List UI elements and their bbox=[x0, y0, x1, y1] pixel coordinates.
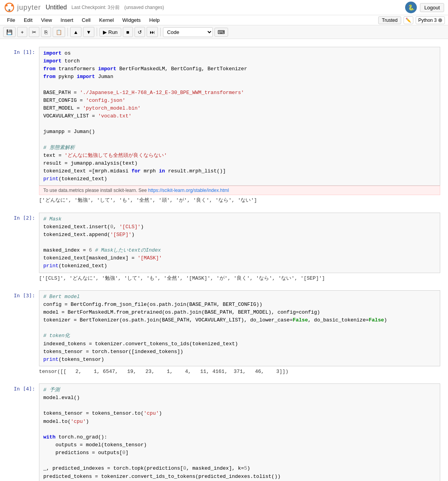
cell-1-warning: To use data.metrics please install sciki… bbox=[39, 186, 440, 195]
notebook-title[interactable]: Untitled bbox=[46, 4, 67, 11]
logout-button[interactable]: Logout bbox=[420, 3, 444, 12]
menu-cell[interactable]: Cell bbox=[78, 16, 94, 24]
menu-insert[interactable]: Insert bbox=[57, 16, 77, 24]
move-up-button[interactable]: ▲ bbox=[70, 27, 81, 37]
cell-wrapper-3: In [3]: # Bert model config = BertConfig… bbox=[0, 290, 448, 377]
unsaved-info: (unsaved changes) bbox=[124, 5, 164, 10]
in-label-3: In [3]: bbox=[8, 290, 39, 298]
code-cell-1[interactable]: import os import torch from transformers… bbox=[39, 47, 440, 186]
cell-wrapper-4: In [4]: # 予測 model.eval() tokens_tensor … bbox=[0, 383, 448, 481]
svg-point-3 bbox=[9, 9, 11, 11]
cell-2-output: ['[CLS]', 'どんなに', '勉強', 'して', 'も', '全然',… bbox=[39, 273, 440, 284]
menu-help[interactable]: Help bbox=[145, 16, 164, 24]
restart-run-button[interactable]: ⏭ bbox=[147, 27, 158, 37]
jupyter-logo: jupyter bbox=[4, 2, 41, 13]
code-cell-2[interactable]: # Mask tokenized_text.insert(0, '[CLS]')… bbox=[39, 213, 440, 273]
paste-cell-button[interactable]: 📋 bbox=[53, 27, 65, 37]
save-button[interactable]: 💾 bbox=[3, 27, 16, 37]
menu-file[interactable]: File bbox=[3, 16, 19, 24]
app-name: jupyter bbox=[17, 4, 41, 12]
menu-widgets[interactable]: Widgets bbox=[119, 16, 145, 24]
svg-point-1 bbox=[6, 5, 8, 7]
code-cell-3[interactable]: # Bert model config = BertConfig.from_js… bbox=[39, 290, 440, 366]
in-label-4: In [4]: bbox=[8, 383, 39, 392]
cell-3-output: tensor([[ 2, 1, 6547, 19, 23, 1, 4, 11, … bbox=[39, 366, 440, 377]
divider3 bbox=[160, 28, 161, 36]
run-label: Run bbox=[108, 29, 118, 35]
menubar: File Edit View Insert Cell Kernel Widget… bbox=[0, 15, 448, 25]
cell-group-2: In [2]: # Mask tokenized_text.insert(0, … bbox=[0, 213, 448, 284]
python-icon: 🐍 bbox=[405, 2, 417, 13]
cell-body-3[interactable]: # Bert model config = BertConfig.from_js… bbox=[39, 290, 440, 377]
menu-edit[interactable]: Edit bbox=[20, 16, 36, 24]
kernel-info: Python 3 bbox=[416, 16, 445, 24]
cell-type-select[interactable]: Code Markdown Raw NBConvert bbox=[163, 27, 213, 37]
toolbar: 💾 + ✂ ⎘ 📋 ▲ ▼ ▶ Run ■ ↺ ⏭ Code Markdown … bbox=[0, 25, 448, 39]
cell-1-output: ['どんなに', '勉強', 'して', 'も', '全然', '頭', 'が'… bbox=[39, 195, 440, 206]
run-icon: ▶ bbox=[103, 29, 107, 35]
edit-icon[interactable]: ✏️ bbox=[404, 16, 413, 24]
jupyter-logo-icon bbox=[4, 2, 15, 13]
cell-wrapper-1: In [1]: import os import torch from tran… bbox=[0, 47, 448, 206]
kernel-label: Python 3 bbox=[418, 18, 437, 23]
keyboard-shortcut-button[interactable]: ⌨ bbox=[214, 28, 228, 37]
topbar: jupyter Untitled Last Checkpoint: 3分前 (u… bbox=[0, 0, 448, 15]
svg-point-2 bbox=[11, 5, 13, 7]
run-button[interactable]: ▶ Run bbox=[99, 28, 121, 37]
cell-wrapper-2: In [2]: # Mask tokenized_text.insert(0, … bbox=[0, 213, 448, 284]
menu-kernel[interactable]: Kernel bbox=[95, 16, 118, 24]
cell-body-4[interactable]: # 予測 model.eval() tokens_tensor = tokens… bbox=[39, 383, 440, 481]
menu-view[interactable]: View bbox=[37, 16, 56, 24]
cell-group-3: In [3]: # Bert model config = BertConfig… bbox=[0, 290, 448, 377]
move-down-button[interactable]: ▼ bbox=[83, 27, 94, 37]
cell-group-1: In [1]: import os import torch from tran… bbox=[0, 47, 448, 206]
notebook: In [1]: import os import torch from tran… bbox=[0, 39, 448, 481]
in-label-2: In [2]: bbox=[8, 213, 39, 221]
divider2 bbox=[97, 28, 97, 36]
code-cell-4[interactable]: # 予測 model.eval() tokens_tensor = tokens… bbox=[39, 383, 440, 481]
checkpoint-info: Last Checkpoint: 3分前 bbox=[71, 4, 119, 11]
copy-cell-button[interactable]: ⎘ bbox=[41, 27, 51, 37]
kernel-circle bbox=[438, 18, 442, 22]
interrupt-button[interactable]: ■ bbox=[123, 27, 133, 37]
add-cell-button[interactable]: + bbox=[17, 27, 27, 37]
cell-body-1[interactable]: import os import torch from transformers… bbox=[39, 47, 440, 206]
cut-cell-button[interactable]: ✂ bbox=[29, 27, 39, 37]
restart-button[interactable]: ↺ bbox=[135, 27, 145, 37]
trusted-button[interactable]: Trusted bbox=[378, 16, 401, 24]
cell-body-2[interactable]: # Mask tokenized_text.insert(0, '[CLS]')… bbox=[39, 213, 440, 284]
scikit-learn-link[interactable]: https://scikit-learn.org/stable/index.ht… bbox=[148, 188, 229, 193]
cell-group-4: In [4]: # 予測 model.eval() tokens_tensor … bbox=[0, 383, 448, 481]
in-label-1: In [1]: bbox=[8, 47, 39, 55]
divider1 bbox=[67, 28, 68, 36]
